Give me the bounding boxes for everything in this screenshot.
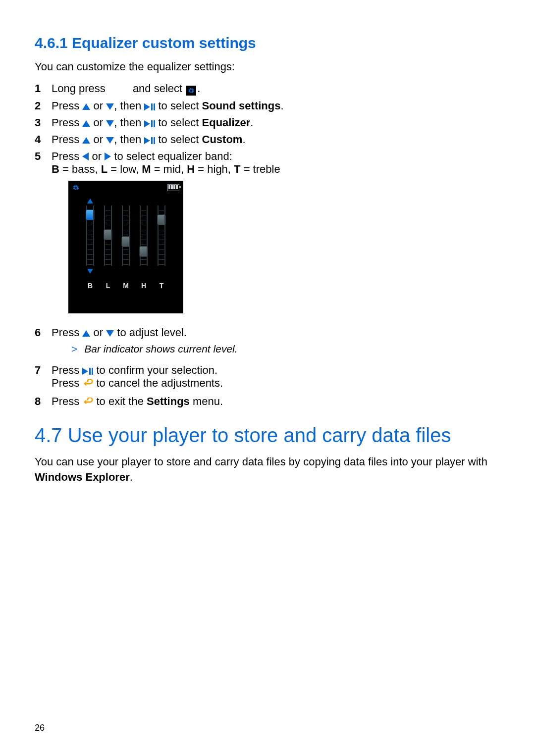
step-number: 6: [35, 326, 52, 339]
step-5: 5 Press or to select equalizer band: B =…: [35, 150, 500, 322]
step-number: 4: [35, 133, 52, 146]
eq-knob: [86, 209, 95, 220]
text: menu.: [193, 395, 223, 407]
legend-h: H: [187, 163, 195, 175]
eq-band-t: [156, 205, 167, 266]
step-1: 1 Long press and select .: [35, 82, 500, 96]
text: to select: [158, 133, 199, 146]
up-arrow-icon: [82, 137, 90, 144]
eq-band-h: [138, 205, 149, 266]
text: = low,: [107, 163, 142, 175]
text: to cancel the adjustments.: [97, 377, 223, 389]
step-number: 2: [35, 100, 52, 112]
legend-l: L: [101, 163, 107, 175]
up-arrow-icon: [82, 120, 90, 127]
eq-band-label: H: [138, 282, 149, 290]
result-marker: >: [71, 343, 77, 355]
play-pause-icon: [144, 137, 155, 144]
text: .: [197, 82, 200, 95]
page-number: 26: [35, 723, 45, 733]
text: to select equalizer band:: [114, 150, 232, 162]
step-4: 4 Press or , then to select Custom.: [35, 133, 500, 146]
result-text: Bar indicator shows current level.: [84, 343, 237, 355]
text: to select: [158, 100, 199, 112]
text: Press: [52, 100, 79, 112]
target: Equalizer: [202, 116, 251, 129]
text: , then: [114, 116, 141, 129]
left-arrow-icon: [82, 152, 89, 160]
selection-down-arrow-icon: [87, 269, 93, 274]
eq-knob: [157, 214, 166, 225]
eq-band-l: [103, 205, 113, 266]
text: or: [94, 100, 104, 112]
legend-b: B: [52, 163, 59, 175]
gear-icon: [72, 181, 79, 194]
step-3: 3 Press or , then to select Equalizer.: [35, 116, 500, 129]
text: , then: [114, 100, 141, 112]
down-arrow-icon: [106, 330, 114, 337]
up-arrow-icon: [82, 330, 90, 337]
eq-band-label: T: [156, 282, 167, 290]
back-arrow-icon: [82, 378, 93, 391]
play-pause-icon: [82, 368, 93, 375]
step-8: 8 Press to exit the Settings menu.: [35, 395, 500, 409]
target: Sound settings: [202, 100, 281, 112]
eq-band-label: B: [85, 282, 96, 290]
step-number: 1: [35, 82, 52, 95]
down-arrow-icon: [106, 137, 114, 144]
text: = mid,: [151, 163, 187, 175]
text: .: [242, 133, 245, 146]
settings-gear-icon: [186, 86, 196, 96]
eq-knob: [139, 246, 148, 257]
result-note: > Bar indicator shows current level.: [71, 343, 500, 355]
text: Press: [52, 395, 79, 407]
eq-knob: [104, 229, 112, 240]
text: .: [130, 471, 133, 483]
text: or: [92, 150, 102, 162]
text: or: [94, 326, 104, 339]
selection-up-arrow-icon: [87, 199, 93, 203]
text: Long press: [52, 82, 106, 95]
text: , then: [114, 133, 141, 146]
step-7: 7 Press to confirm your selection. Press…: [35, 364, 500, 391]
text: Press: [52, 116, 79, 129]
text: = bass,: [59, 163, 101, 175]
subheading-461: 4.6.1 Equalizer custom settings: [35, 35, 500, 51]
text: .: [280, 100, 283, 112]
text: and select: [133, 82, 182, 95]
down-arrow-icon: [106, 120, 114, 127]
target: Custom: [202, 133, 243, 146]
step-number: 3: [35, 116, 52, 129]
windows-explorer: Windows Explorer: [35, 471, 130, 483]
eq-knob: [121, 236, 130, 247]
text: to exit the: [97, 395, 144, 407]
text: to select: [158, 116, 199, 129]
text: to adjust level.: [117, 326, 187, 339]
text: Press: [52, 377, 79, 389]
text: Press: [52, 364, 79, 376]
text: = treble: [241, 163, 280, 175]
step-number: 5: [35, 150, 52, 163]
text: or: [94, 116, 104, 129]
right-arrow-icon: [105, 152, 111, 160]
eq-band-label: L: [103, 282, 113, 290]
play-pause-icon: [144, 120, 155, 127]
section-47-body: You can use your player to store and car…: [35, 454, 500, 485]
legend-t: T: [234, 163, 240, 175]
eq-band-m: [120, 205, 131, 266]
back-arrow-icon: [82, 397, 93, 409]
steps-list: 1 Long press and select . 2 Press or , t…: [35, 82, 500, 409]
eq-band-label: M: [120, 282, 131, 290]
play-pause-icon: [144, 103, 155, 110]
text: Press: [52, 150, 79, 162]
step-2: 2 Press or , then to select Sound settin…: [35, 100, 500, 112]
step-6: 6 Press or to adjust level. > Bar indica…: [35, 326, 500, 360]
text: Press: [52, 326, 79, 339]
down-arrow-icon: [106, 103, 114, 110]
text: Press: [52, 133, 79, 146]
equalizer-screenshot: BLMHT: [68, 181, 183, 313]
text: to confirm your selection.: [97, 364, 218, 376]
text: = high,: [195, 163, 234, 175]
eq-band-b: [85, 205, 96, 266]
up-arrow-icon: [82, 103, 90, 110]
